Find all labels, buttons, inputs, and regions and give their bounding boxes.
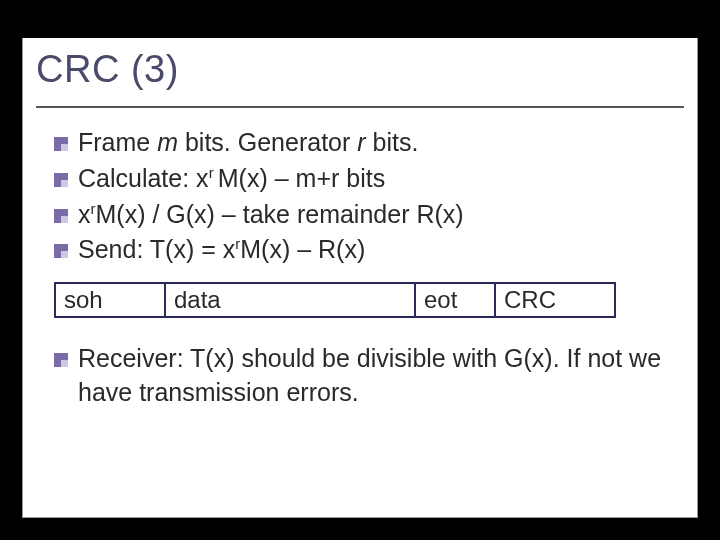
bullet-receiver: Receiver: T(x) should be divisible with … xyxy=(54,342,674,410)
var-r: r xyxy=(357,128,365,156)
text: M(x) – m+r bits xyxy=(218,164,385,192)
title-divider xyxy=(36,106,684,108)
frame-cell-data: data xyxy=(166,282,416,318)
text: bits. xyxy=(366,128,419,156)
text: x xyxy=(78,200,91,228)
frame-cell-eot: eot xyxy=(416,282,496,318)
bullet-text: xrM(x) / G(x) – take remainder R(x) xyxy=(78,198,674,232)
bullet-send: Send: T(x) = xrM(x) – R(x) xyxy=(54,233,674,267)
var-m: m xyxy=(157,128,178,156)
slide: CRC (3) Frame m bits. Generator r bits. … xyxy=(22,24,698,518)
bullet-icon xyxy=(54,209,68,223)
bullet-list-2: Receiver: T(x) should be divisible with … xyxy=(54,340,674,412)
frame-cell-crc: CRC xyxy=(496,282,616,318)
text: M(x) – R(x) xyxy=(240,235,365,263)
slide-top-bar xyxy=(22,24,698,38)
bullet-icon xyxy=(54,353,68,367)
bullet-list: Frame m bits. Generator r bits. Calculat… xyxy=(54,124,674,269)
bullet-text: Receiver: T(x) should be divisible with … xyxy=(78,342,674,410)
bullet-frame-generator: Frame m bits. Generator r bits. xyxy=(54,126,674,160)
text: M(x) / G(x) – take remainder R(x) xyxy=(96,200,464,228)
bullet-text: Calculate: xr M(x) – m+r bits xyxy=(78,162,674,196)
slide-title: CRC (3) xyxy=(36,48,179,91)
bullet-text: Send: T(x) = xrM(x) – R(x) xyxy=(78,233,674,267)
bullet-icon xyxy=(54,173,68,187)
superscript-r: r xyxy=(209,163,218,180)
text: Calculate: x xyxy=(78,164,209,192)
bullet-icon xyxy=(54,244,68,258)
text: bits. Generator xyxy=(178,128,357,156)
text: Send: T(x) = x xyxy=(78,235,235,263)
frame-layout-row: soh data eot CRC xyxy=(54,282,616,318)
bullet-text: Frame m bits. Generator r bits. xyxy=(78,126,674,160)
bullet-icon xyxy=(54,137,68,151)
frame-cell-soh: soh xyxy=(54,282,166,318)
bullet-divide: xrM(x) / G(x) – take remainder R(x) xyxy=(54,198,674,232)
bullet-calculate: Calculate: xr M(x) – m+r bits xyxy=(54,162,674,196)
text: Frame xyxy=(78,128,157,156)
